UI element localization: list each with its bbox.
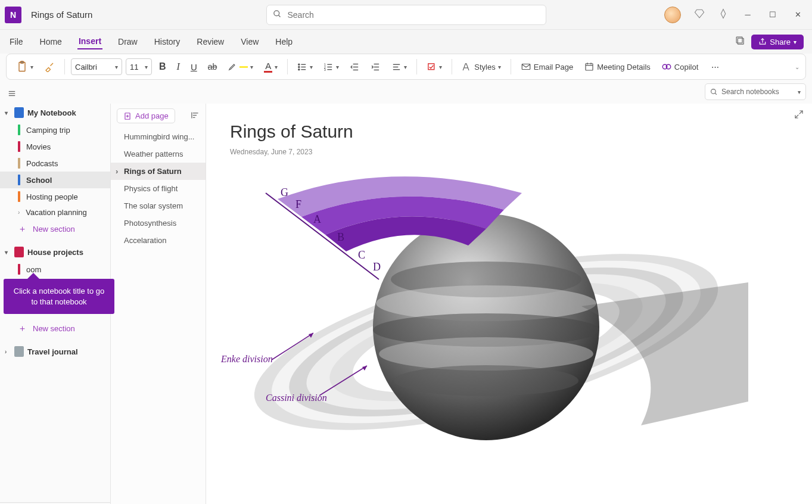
page-item-selected[interactable]: Rings of Saturn	[111, 163, 206, 180]
svg-rect-27	[428, 63, 434, 69]
outdent-button[interactable]	[346, 60, 363, 74]
section-vacation-planning[interactable]: ›Vacation planning	[0, 205, 110, 220]
italic-button[interactable]: I	[173, 59, 183, 74]
ribbon-toolbar: ▾ Cailbri▾ 11▾ B I U ab ▾ A▾ ▾ 123▾ ▾ ▾ …	[6, 54, 806, 80]
paste-button[interactable]: ▾	[13, 58, 37, 75]
annotation-cassini: Cassini division	[266, 393, 327, 403]
page-item[interactable]: The solar system	[111, 197, 206, 214]
font-color-button[interactable]: A▾	[260, 58, 281, 75]
svg-point-10	[298, 69, 300, 70]
notebook-header-travel-journal[interactable]: › Travel journal	[0, 343, 110, 360]
notebook-icon	[14, 107, 24, 118]
title-bar: N Rings of Saturn ─ ☐ ✕	[0, 0, 812, 30]
coach-tooltip: Click a notebook title to go to that not…	[4, 279, 114, 314]
svg-rect-5	[21, 61, 24, 63]
share-label: Share	[770, 38, 791, 46]
notebook-header-house-projects[interactable]: ▾ House projects	[0, 243, 110, 261]
section-movies[interactable]: Movies	[0, 138, 110, 155]
menu-file[interactable]: File	[8, 35, 24, 49]
ring-label-g: G	[281, 186, 288, 198]
svg-rect-2	[738, 38, 744, 44]
search-icon	[273, 10, 282, 20]
ring-label-b: B	[337, 231, 344, 243]
ring-label-c: C	[358, 249, 365, 261]
section-camping-trip[interactable]: Camping trip	[0, 122, 110, 138]
svg-point-6	[298, 64, 300, 65]
add-page-button[interactable]: Add page	[117, 108, 175, 123]
page-item[interactable]: Photosynthesis	[111, 214, 206, 232]
ring-label-a: A	[313, 213, 321, 225]
numbered-list-button[interactable]: 123▾	[320, 60, 343, 74]
section-school[interactable]: School	[0, 172, 110, 188]
close-button[interactable]: ✕	[792, 9, 804, 21]
svg-point-39	[711, 89, 716, 94]
page-canvas[interactable]: Rings of Saturn Wednesday, June 7, 2023	[206, 104, 812, 504]
format-painter-button[interactable]	[41, 59, 58, 74]
svg-rect-3	[736, 37, 742, 43]
bold-button[interactable]: B	[155, 59, 170, 74]
svg-rect-30	[586, 64, 593, 70]
font-size-select[interactable]: 11▾	[126, 58, 152, 75]
highlight-button[interactable]: ▾	[224, 60, 257, 74]
menu-bar: File Home Insert Draw History Review Vie…	[0, 30, 812, 54]
app-icon: N	[5, 7, 21, 23]
more-options-button[interactable]: ⋯	[708, 60, 723, 74]
new-section-button[interactable]: ＋New section	[0, 220, 110, 238]
svg-rect-29	[522, 64, 530, 70]
strikethrough-button[interactable]: ab	[204, 60, 221, 74]
notebook-header-my-notebook[interactable]: ▾ My Notebook	[0, 104, 110, 122]
new-section-button-2[interactable]: ＋New section	[0, 319, 110, 338]
section-room[interactable]: oom	[0, 261, 110, 278]
section-podcasts[interactable]: Podcasts	[0, 155, 110, 172]
svg-text:3: 3	[324, 67, 326, 71]
menu-draw[interactable]: Draw	[117, 35, 139, 49]
copilot-button[interactable]: Copilot	[658, 59, 702, 74]
menu-history[interactable]: History	[153, 35, 182, 49]
expand-canvas-icon[interactable]	[794, 110, 804, 121]
document-title: Rings of Saturn	[31, 10, 92, 20]
diamond-icon[interactable]	[694, 8, 705, 21]
svg-point-60	[394, 365, 578, 396]
svg-point-0	[273, 10, 279, 15]
page-item[interactable]: Hummingbird wing...	[111, 128, 206, 145]
menu-help[interactable]: Help	[274, 35, 294, 49]
paragraph-align-button[interactable]: ▾	[388, 60, 410, 74]
open-in-new-window-icon[interactable]	[735, 36, 745, 48]
search-notebooks-input[interactable]: Search notebooks ▾	[705, 83, 806, 100]
menu-view[interactable]: View	[239, 35, 260, 49]
pen-tip-icon[interactable]	[718, 8, 729, 21]
nav-toggle-icon[interactable]	[0, 86, 17, 99]
page-item[interactable]: Physics of flight	[111, 180, 206, 197]
menu-home[interactable]: Home	[39, 35, 63, 49]
menu-insert[interactable]: Insert	[77, 34, 102, 49]
pages-panel: Add page Hummingbird wing... Weather pat…	[111, 104, 206, 504]
main-area: ▾ My Notebook Camping trip Movies Podcas…	[0, 104, 812, 504]
search-input[interactable]	[288, 10, 540, 20]
page-title[interactable]: Rings of Saturn	[230, 122, 788, 142]
svg-line-40	[715, 93, 717, 95]
maximize-button[interactable]: ☐	[767, 9, 779, 21]
page-item[interactable]: Weather patterns	[111, 145, 206, 163]
annotation-enke: Enke division	[221, 354, 273, 365]
sort-pages-icon[interactable]	[191, 111, 200, 122]
tag-button[interactable]: ▾	[423, 60, 446, 74]
indent-button[interactable]	[367, 60, 384, 74]
page-date: Wednesday, June 7, 2023	[230, 148, 788, 156]
bulleted-list-button[interactable]: ▾	[294, 60, 316, 74]
user-avatar[interactable]	[664, 7, 681, 23]
meeting-details-button[interactable]: Meeting Details	[580, 59, 654, 74]
ribbon-collapse-icon[interactable]: ⌄	[795, 64, 799, 70]
search-box[interactable]	[266, 5, 546, 25]
minimize-button[interactable]: ─	[742, 9, 754, 21]
section-hosting-people[interactable]: Hosting people	[0, 188, 110, 205]
ring-label-f: F	[295, 198, 301, 210]
page-item[interactable]: Accelaration	[111, 232, 206, 249]
styles-button[interactable]: Styles▾	[458, 60, 504, 74]
svg-line-1	[278, 15, 280, 17]
share-button[interactable]: Share ▾	[751, 35, 804, 49]
underline-button[interactable]: U	[187, 60, 201, 74]
font-family-select[interactable]: Cailbri▾	[71, 58, 122, 75]
menu-review[interactable]: Review	[195, 35, 225, 49]
email-page-button[interactable]: Email Page	[517, 59, 577, 74]
saturn-illustration: G F A B C D Enke division Cassini divisi…	[224, 175, 760, 485]
